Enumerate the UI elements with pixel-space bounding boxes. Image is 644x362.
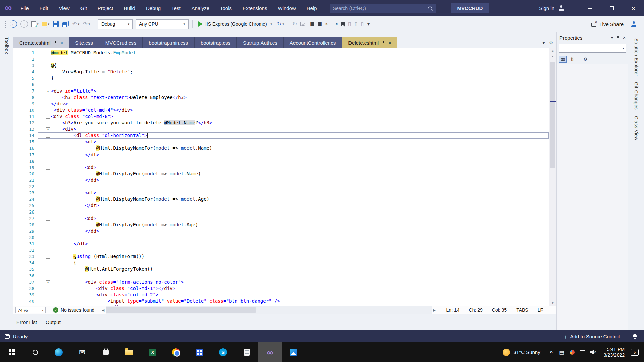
code-line[interactable]: 28 @Html.DisplayFor(model => model.Age) [13,222,549,228]
mail-icon[interactable]: ✉ [70,342,94,362]
scrollbar-thumb[interactable] [550,62,555,168]
clear-bookmarks-button[interactable]: ▯ [360,20,365,28]
close-icon[interactable]: × [623,35,626,40]
scroll-down-icon[interactable]: ▼ [549,300,556,306]
indent-decrease-button[interactable]: ⇤ [324,20,331,28]
toolbar-options-chevron[interactable]: ▾ [366,20,371,28]
tab-error-list[interactable]: Error List [16,319,37,325]
weather-widget[interactable]: 31°C Sunny [499,342,544,362]
properties-object-dropdown[interactable]: ▾ [559,44,626,53]
save-all-button[interactable] [61,20,70,28]
cortana-search-button[interactable] [23,342,47,362]
menu-file[interactable]: File [15,0,34,16]
code-line[interactable]: 27- <dd> [13,215,549,222]
menu-analyze[interactable]: Analyze [186,0,215,16]
code-line[interactable]: 31 </dl> [13,241,549,247]
search-input[interactable] [333,6,428,11]
touch-keyboard-icon[interactable]: ▤ [559,350,565,355]
volume-mute-icon[interactable] [590,350,596,355]
sidebar-item-git-changes[interactable]: Git Changes [634,82,639,110]
edge-icon[interactable] [47,342,70,362]
zoom-dropdown[interactable]: 74 % ▾ [15,307,46,313]
code-line[interactable]: 10 <div class="col-md-4"></div> [13,107,549,113]
navigate-backward-button[interactable]: ← [8,19,18,29]
code-line[interactable]: 26 [13,209,549,215]
fold-toggle-icon[interactable]: - [46,127,50,131]
display-tray-icon[interactable] [580,350,586,354]
menu-tools[interactable]: Tools [215,0,237,16]
color-app-tray-icon[interactable] [569,350,575,355]
scroll-left-icon[interactable]: ◀ [100,308,106,312]
restart-button[interactable]: ↻▾ [276,20,285,28]
code-line[interactable]: 40 <input type="submit" value="Delete" c… [13,298,549,304]
bookmark-button[interactable] [340,21,346,28]
code-line[interactable]: 16 @Html.DisplayNameFor(model => model.N… [13,145,549,152]
tab-bootstrap-min-css[interactable]: bootstrap.min.css [143,37,195,48]
scroll-right-icon[interactable]: ▶ [432,308,437,312]
live-share-button[interactable]: Live Share [587,21,628,27]
indent-increase-button[interactable]: ⇥ [332,20,339,28]
properties-grid[interactable] [557,64,628,330]
prev-bookmark-button[interactable]: ▯ [347,20,353,28]
horizontal-scrollbar[interactable]: ◀ ▶ [100,306,437,314]
categorized-view-icon[interactable]: ▦ [559,56,566,62]
code-line[interactable]: 1@model MVCCRUD.Models.EmpModel [13,50,549,56]
start-debugging-button[interactable]: IIS Express (Google Chrome) ▾ [195,19,275,29]
quick-search-box[interactable] [330,4,436,13]
restore-button[interactable] [601,0,623,16]
menu-test[interactable]: Test [166,0,186,16]
vertical-scrollbar[interactable]: ≡ ▲ ▼ [549,48,556,306]
minimize-button[interactable] [580,0,601,16]
add-item-button[interactable]: ▾ [41,21,51,27]
sign-in-button[interactable]: Sign in [539,5,564,11]
solution-platforms-dropdown[interactable]: Any CPU ▾ [136,19,189,29]
code-line[interactable]: 13- <div> [13,126,549,132]
skype-icon[interactable] [211,342,235,362]
solution-name-badge[interactable]: MVCCRUD [451,3,489,13]
menu-build[interactable]: Build [119,0,141,16]
fold-toggle-icon[interactable]: - [46,217,50,221]
code-line[interactable]: 25 </dt> [13,202,549,209]
document-overflow-icon[interactable]: ▼ [541,40,546,45]
sidebar-item-class-view[interactable]: Class View [634,116,639,140]
code-line[interactable]: 38 <div class="col-md-1"></div> [13,285,549,292]
fold-toggle-icon[interactable]: - [46,89,50,93]
solution-configurations-dropdown[interactable]: Debug ▾ [98,19,133,29]
menu-extensions[interactable]: Extensions [237,0,272,16]
start-button[interactable] [0,342,23,362]
fold-toggle-icon[interactable]: - [46,293,50,297]
line-structure-button[interactable]: ≣ [316,20,323,28]
browser-link-refresh-button[interactable]: ↻ [291,20,298,28]
fold-toggle-icon[interactable]: - [46,140,50,144]
code-line[interactable]: 19- <dd> [13,164,549,171]
visual-studio-icon[interactable]: ∞ [258,342,282,362]
menu-edit[interactable]: Edit [34,0,54,16]
show-output-button[interactable]: ≣ [308,20,315,28]
code-line[interactable]: 20 @Html.DisplayFor(model => model.Name) [13,171,549,177]
fold-toggle-icon[interactable]: - [46,166,50,170]
fold-toggle-icon[interactable]: - [46,134,50,138]
fold-toggle-icon[interactable]: - [46,191,50,195]
code-line[interactable]: 12 <h3>Are you sure you want to delete @… [13,120,549,126]
fold-toggle-icon[interactable]: - [46,255,50,259]
store-icon[interactable] [94,342,117,362]
navigate-forward-button[interactable]: → [19,19,29,29]
code-line[interactable]: 9</div> [13,101,549,107]
code-line[interactable]: 34 { [13,260,549,266]
code-line[interactable]: 8 <h3 class="text-center">Delete Employe… [13,94,549,101]
pin-icon[interactable] [382,41,385,45]
properties-panel-header[interactable]: Properties ▾ × [557,32,628,43]
tab-settings-gear-icon[interactable]: ⚙ [549,40,553,45]
close-icon[interactable]: × [60,40,63,45]
fold-toggle-icon[interactable]: - [46,280,50,284]
code-editor[interactable]: 1@model MVCCRUD.Models.EmpModel23@{4 Vie… [13,48,556,306]
menu-project[interactable]: Project [92,0,119,16]
tab-create-cshtml[interactable]: Create.cshtml× [13,37,69,48]
scroll-up-icon[interactable]: ▲ [549,54,556,59]
code-line[interactable]: 37- <div class="form-actions no-color"> [13,279,549,285]
code-line[interactable]: 11-<div class="col-md-8"> [13,113,549,120]
h-scrollbar-track[interactable] [106,306,432,314]
excel-icon[interactable] [141,342,164,362]
fold-toggle-icon[interactable]: - [46,115,50,119]
taskbar-clock[interactable]: 5:41 PM 3/23/2022 [600,347,628,358]
